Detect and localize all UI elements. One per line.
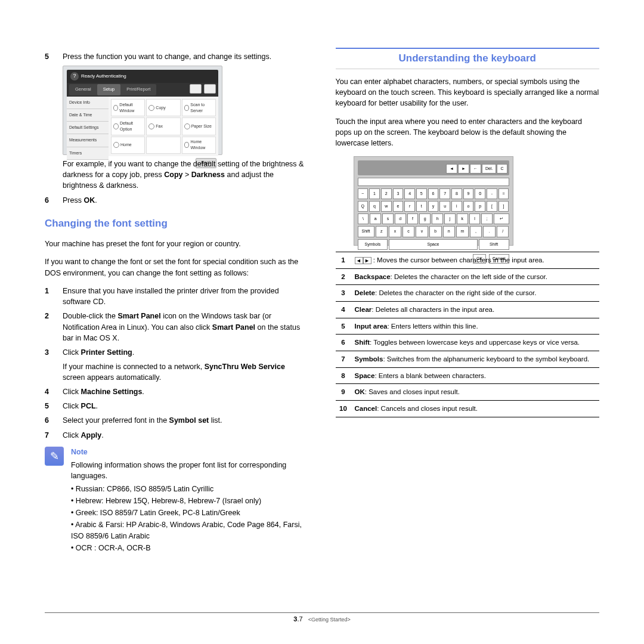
keyboard-key[interactable]: Q [358, 201, 369, 212]
ss1-option[interactable]: Home Window [182, 137, 216, 154]
keyboard-key[interactable]: \ [358, 213, 369, 224]
ss1-option[interactable]: Home [111, 137, 145, 154]
icon-b [204, 84, 216, 94]
keyboard-nav-key[interactable]: C [497, 164, 507, 174]
table-row: 6Shift: Toggles between lowercase keys a… [336, 335, 600, 351]
keyboard-key[interactable]: l [469, 213, 481, 224]
right-arrow-icon: ► [363, 257, 371, 264]
keyboard-nav-key[interactable]: ► [458, 164, 469, 174]
keyboard-key[interactable]: m [456, 226, 469, 237]
ss1-option [146, 137, 180, 154]
keyboard-key[interactable]: b [429, 226, 442, 237]
keyboard-key[interactable]: 8 [451, 188, 462, 199]
keyboard-key[interactable]: 2 [381, 188, 392, 199]
keyboard-key[interactable]: v [416, 226, 428, 237]
keyboard-key[interactable]: w [381, 201, 392, 212]
ss1-side-item[interactable]: Date & Time [67, 109, 109, 122]
keyboard-key[interactable]: 7 [439, 188, 450, 199]
keyboard-key[interactable]: k [457, 213, 468, 224]
table-row: 7Symbols: Switches from the alphanumeric… [336, 351, 600, 367]
keyboard-key[interactable]: 3 [393, 188, 404, 199]
keyboard-key[interactable]: t [416, 201, 427, 212]
keyboard-key[interactable]: a [370, 213, 381, 224]
step-text: Press the function you want to change, a… [63, 51, 309, 62]
table-row: 5Input area: Enters letters within this … [336, 318, 600, 335]
keyboard-key[interactable]: i [451, 201, 462, 212]
keyboard-key[interactable]: j [444, 213, 456, 224]
keyboard-key[interactable]: 6 [428, 188, 439, 199]
ss1-option[interactable]: Default Window [111, 99, 145, 116]
ss1-side-item[interactable]: Default Settings [67, 122, 109, 134]
input-area[interactable] [358, 178, 509, 186]
keyboard-key[interactable]: g [419, 213, 431, 224]
keyboard-key[interactable]: ~ [358, 188, 369, 199]
keyboard-key[interactable]: y [428, 201, 439, 212]
keyboard-nav-key[interactable]: ◄ [446, 164, 457, 174]
keyboard-key[interactable]: s [382, 213, 394, 224]
table-row: 8Space: Enters a blank between character… [336, 367, 600, 384]
keyboard-key[interactable]: ] [499, 201, 509, 212]
keyboard-key[interactable]: f [407, 213, 419, 224]
ss1-tab[interactable]: Setup [97, 84, 121, 95]
keyboard-key[interactable]: [ [487, 201, 497, 212]
keyboard-key[interactable]: . [483, 226, 496, 237]
keyboard-key[interactable]: o [463, 201, 474, 212]
keyboard-key[interactable]: 9 [463, 188, 474, 199]
keyboard-key[interactable]: d [395, 213, 406, 224]
keyboard-key[interactable]: Shift [358, 226, 374, 237]
keyboard-screenshot: ◄►←Del.C ~1234567890-= Qqwertyuiop[] \as… [354, 156, 513, 246]
ss1-option[interactable]: Paper Size [182, 117, 216, 135]
keyboard-key[interactable]: p [475, 201, 485, 212]
keyboard-key[interactable]: e [393, 201, 404, 212]
example-text: For example, if you want to change the d… [63, 159, 309, 191]
table-row: 9OK: Saves and closes input result. [336, 384, 600, 401]
table-row: 4Clear: Deletes all characters in the in… [336, 301, 600, 318]
keyboard-description-table: 1◄► : Moves the cursor between character… [336, 252, 600, 417]
right-column: Understanding the keyboard You can enter… [336, 48, 600, 555]
keyboard-key[interactable]: n [443, 226, 456, 237]
font-list: Russian: CP866, ISO 8859/5 Latin Cyrilli… [71, 484, 309, 553]
keyboard-key[interactable]: / [497, 226, 509, 237]
keyboard-nav-key[interactable]: Del. [482, 164, 496, 174]
keyboard-key[interactable]: Shift [479, 239, 509, 250]
keyboard-key[interactable]: 0 [475, 188, 485, 199]
section-keyboard: Understanding the keyboard [336, 48, 600, 69]
ss1-tab[interactable]: Print/Report [120, 84, 156, 95]
keyboard-key[interactable]: h [432, 213, 443, 224]
ss1-tab[interactable]: General [69, 84, 97, 95]
qmark-icon: ? [70, 72, 79, 80]
ss1-option[interactable]: Copy [146, 99, 180, 116]
keyboard-key[interactable]: ; [481, 213, 493, 224]
page-footer: 3.7 <Getting Started> [45, 612, 599, 623]
left-column: 5Press the function you want to change, … [45, 48, 309, 555]
keyboard-key[interactable]: = [499, 188, 509, 199]
ss1-option[interactable]: Default Option [111, 117, 145, 135]
keyboard-key[interactable]: r [404, 201, 415, 212]
keyboard-key[interactable]: - [487, 188, 497, 199]
keyboard-key[interactable]: 4 [404, 188, 415, 199]
keyboard-key[interactable]: q [369, 201, 380, 212]
keyboard-nav-key[interactable]: ← [470, 164, 481, 174]
keyboard-key[interactable]: ↵ [494, 213, 509, 224]
keyboard-key[interactable]: u [439, 201, 450, 212]
section-font-setting: Changing the font setting [45, 216, 309, 231]
table-row: 10Cancel: Cancels and closes input resul… [336, 400, 600, 417]
table-row: 3Delete: Deletes the character on the ri… [336, 285, 600, 302]
keyboard-key[interactable]: Space [389, 239, 477, 250]
ss1-side-item[interactable]: Measurements [67, 134, 109, 147]
note-icon: ✎ [45, 447, 64, 466]
keyboard-key[interactable]: c [402, 226, 415, 237]
keyboard-key[interactable]: , [470, 226, 482, 237]
keyboard-key[interactable]: 5 [416, 188, 427, 199]
ss1-option[interactable]: Fax [146, 117, 180, 135]
ss1-option[interactable]: Scan to Server [182, 99, 216, 116]
ss1-side-item[interactable]: Timers [67, 147, 109, 160]
ss1-side-item[interactable]: Device Info [67, 97, 109, 109]
keyboard-key[interactable]: 1 [369, 188, 380, 199]
step-num: 5 [45, 51, 53, 62]
keyboard-key[interactable]: z [376, 226, 388, 237]
settings-screenshot: ?Ready Authenticating GeneralSetupPrint/… [63, 66, 222, 155]
keyboard-key[interactable]: Symbols [358, 239, 388, 250]
keyboard-key[interactable]: x [389, 226, 401, 237]
left-arrow-icon: ◄ [355, 257, 363, 264]
